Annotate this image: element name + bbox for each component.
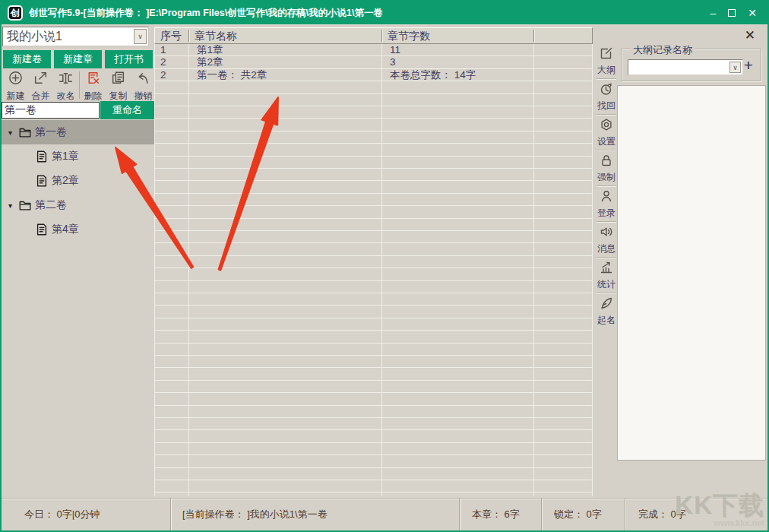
folder-icon bbox=[18, 125, 32, 139]
chevron-down-icon[interactable]: ∨ bbox=[134, 29, 147, 44]
volume-tree: ▾ 第一卷 第1章 第2章 ▾ 第二卷 第4章 bbox=[2, 120, 154, 242]
cell-words: 3 bbox=[390, 56, 396, 68]
tree-item-chapter1[interactable]: 第1章 bbox=[2, 144, 154, 169]
chevron-down-icon[interactable]: ∨ bbox=[729, 62, 741, 73]
column-header-name[interactable]: 章节名称 bbox=[195, 30, 237, 43]
cell-words: 11 bbox=[390, 44, 400, 56]
undo-tool-button[interactable]: 撤销 bbox=[131, 70, 156, 103]
naming-tool-button[interactable]: 起名 bbox=[597, 293, 616, 329]
merge-icon bbox=[33, 70, 49, 89]
new-tool-button[interactable]: 新建 bbox=[3, 70, 28, 103]
recover-tool-button[interactable]: 找回 bbox=[597, 79, 616, 115]
edit-toolbar: 新建 合并 改名 删除 复制 撤销 bbox=[3, 70, 156, 102]
status-finished-words: 完成： 0字 bbox=[625, 499, 767, 530]
close-button[interactable]: ✕ bbox=[748, 8, 757, 18]
user-icon bbox=[599, 188, 614, 207]
table-row[interactable]: 2 第2章 3 bbox=[154, 56, 593, 68]
tree-item-chapter4[interactable]: 第4章 bbox=[2, 217, 154, 242]
tree-item-volume1[interactable]: ▾ 第一卷 bbox=[2, 120, 154, 144]
tree-item-label: 第1章 bbox=[52, 150, 79, 163]
tree-item-label: 第一卷 bbox=[35, 125, 67, 139]
outline-name-groupbox: 大纲记录名称 ∨ + bbox=[621, 49, 761, 81]
lock-icon bbox=[599, 153, 614, 171]
app-window: 创 创世写作5.9-[当前操作卷： ]E:\Program Files\创世写作… bbox=[0, 0, 769, 532]
gear-icon bbox=[599, 117, 614, 135]
force-lock-tool-button[interactable]: 强制 bbox=[597, 150, 616, 186]
document-icon bbox=[35, 150, 49, 163]
quill-icon bbox=[599, 296, 614, 314]
rename-tool-button[interactable]: 改名 bbox=[53, 70, 78, 103]
panel-close-button[interactable]: ✕ bbox=[745, 29, 755, 43]
chart-icon bbox=[599, 260, 614, 278]
table-row-summary[interactable]: 2 第一卷： 共2章 本卷总字数： 14字 bbox=[154, 69, 593, 81]
login-tool-button[interactable]: 登录 bbox=[597, 186, 616, 222]
tree-item-label: 第二卷 bbox=[35, 198, 67, 212]
status-locked-words: 锁定： 0字 bbox=[541, 499, 625, 530]
cell-name: 第2章 bbox=[197, 56, 223, 68]
outline-name-select[interactable]: ∨ bbox=[628, 59, 743, 75]
caret-down-icon[interactable]: ▾ bbox=[8, 128, 18, 137]
copy-tool-button[interactable]: 复制 bbox=[106, 70, 131, 103]
side-tool-label: 设置 bbox=[597, 135, 616, 148]
cell-words: 本卷总字数： 14字 bbox=[390, 69, 476, 81]
outline-panel: ✕ 大纲记录名称 ∨ + bbox=[616, 24, 767, 498]
maximize-icon bbox=[728, 9, 736, 17]
document-icon bbox=[35, 174, 49, 188]
window-title: 创世写作5.9-[当前操作卷： ]E:\Program Files\创世写作\我… bbox=[29, 7, 383, 20]
cell-no: 2 bbox=[160, 56, 166, 68]
minimize-button[interactable]: – bbox=[710, 8, 716, 18]
folder-icon bbox=[18, 198, 32, 212]
open-book-button[interactable]: 打开书 bbox=[105, 50, 153, 68]
status-current-volume: [当前操作卷： ]我的小说1\第一卷 bbox=[170, 499, 459, 530]
chapter-table: 序号 章节名称 章节字数 1 第1章 11 2 第2章 3 2 第一卷： 共2章… bbox=[154, 24, 593, 498]
cell-no: 2 bbox=[160, 69, 166, 81]
status-bar: 今日： 0字|0分钟 [当前操作卷： ]我的小说1\第一卷 本章： 6字 锁定：… bbox=[2, 498, 767, 530]
stats-tool-button[interactable]: 统计 bbox=[597, 258, 616, 293]
table-header: 序号 章节名称 章节字数 bbox=[154, 27, 593, 44]
settings-tool-button[interactable]: 设置 bbox=[597, 115, 616, 150]
rename-input[interactable] bbox=[2, 102, 100, 119]
app-logo-icon: 创 bbox=[8, 5, 23, 21]
book-select[interactable]: 我的小说1 ∨ bbox=[2, 27, 149, 46]
groupbox-label: 大纲记录名称 bbox=[630, 43, 695, 57]
column-header-no[interactable]: 序号 bbox=[160, 30, 182, 43]
outline-text-area[interactable] bbox=[617, 85, 766, 461]
toolbar-divider bbox=[79, 71, 80, 99]
add-outline-button[interactable]: + bbox=[744, 57, 753, 74]
rename-row: 重命名 bbox=[2, 101, 154, 119]
tree-item-volume2[interactable]: ▾ 第二卷 bbox=[2, 193, 154, 217]
rename-button[interactable]: 重命名 bbox=[100, 101, 154, 119]
caret-down-icon[interactable]: ▾ bbox=[8, 201, 18, 210]
merge-tool-button[interactable]: 合并 bbox=[28, 70, 53, 103]
cell-name: 第1章 bbox=[197, 44, 223, 56]
side-tool-label: 消息 bbox=[597, 242, 616, 255]
undo-arrow-icon bbox=[135, 70, 151, 89]
cell-name: 第一卷： 共2章 bbox=[197, 69, 267, 81]
tree-item-label: 第2章 bbox=[52, 174, 79, 188]
side-tool-label: 找回 bbox=[597, 100, 616, 112]
maximize-button[interactable] bbox=[728, 8, 736, 18]
delete-icon bbox=[85, 70, 101, 89]
side-tool-rail: 大纲 找回 设置 强制 登录 消息 统计 起名 bbox=[597, 24, 616, 498]
rename-cursor-icon bbox=[58, 70, 74, 89]
clock-restore-icon bbox=[599, 81, 614, 100]
table-row[interactable]: 1 第1章 11 bbox=[154, 44, 593, 56]
plus-circle-icon bbox=[8, 70, 24, 89]
new-volume-button[interactable]: 新建卷 bbox=[3, 50, 51, 68]
table-gridlines bbox=[154, 44, 592, 496]
side-tool-label: 统计 bbox=[597, 278, 616, 291]
cell-no: 1 bbox=[160, 44, 166, 56]
new-chapter-button[interactable]: 新建章 bbox=[54, 50, 102, 68]
column-header-words[interactable]: 章节字数 bbox=[388, 30, 430, 43]
status-chapter-words: 本章： 6字 bbox=[459, 499, 541, 530]
book-select-value: 我的小说1 bbox=[3, 29, 134, 45]
tree-item-chapter2[interactable]: 第2章 bbox=[2, 169, 154, 193]
speaker-icon bbox=[599, 224, 614, 242]
side-tool-label: 起名 bbox=[597, 314, 616, 327]
message-tool-button[interactable]: 消息 bbox=[597, 222, 616, 258]
outline-tool-button[interactable]: 大纲 bbox=[597, 43, 616, 79]
delete-tool-button[interactable]: 删除 bbox=[81, 70, 106, 103]
document-icon bbox=[35, 223, 49, 236]
status-today: 今日： 0字|0分钟 bbox=[2, 499, 170, 530]
title-bar: 创 创世写作5.9-[当前操作卷： ]E:\Program Files\创世写作… bbox=[2, 2, 767, 24]
